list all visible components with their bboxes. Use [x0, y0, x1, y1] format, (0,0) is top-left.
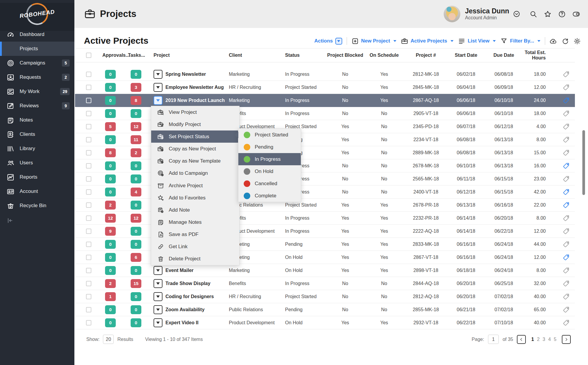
- row-checkbox[interactable]: [86, 281, 91, 286]
- row-menu-button[interactable]: [154, 279, 162, 288]
- row-menu-button[interactable]: [154, 70, 162, 79]
- status-option-on-hold[interactable]: On Hold: [238, 165, 301, 177]
- column-header-approvals[interactable]: Approvals...: [102, 53, 128, 58]
- table-row[interactable]: 00Spring NewsletterMarketingIn ProgressN…: [75, 68, 575, 81]
- sidebar-item-library[interactable]: Library: [0, 141, 74, 156]
- tag-icon[interactable]: [562, 136, 570, 144]
- help-icon[interactable]: [558, 10, 566, 18]
- column-header-due-date[interactable]: Due Date: [485, 53, 523, 58]
- show-count-input[interactable]: 20: [103, 335, 114, 344]
- tag-icon[interactable]: [562, 319, 570, 327]
- menu-item-add-to-favorites[interactable]: Add to Favorites: [151, 192, 239, 204]
- project-name[interactable]: 2019 New Product Launch: [165, 98, 225, 103]
- sidebar-item-reviews[interactable]: Reviews9: [0, 99, 74, 113]
- tag-icon[interactable]: [562, 240, 570, 248]
- chevron-down-circle-icon[interactable]: [513, 10, 520, 18]
- table-row[interactable]: 04In ProgressNoNo2400-VT-1806/12/1806/15…: [75, 185, 575, 199]
- row-checkbox[interactable]: [86, 229, 91, 234]
- table-row[interactable]: 10Coding for DesignersHR / RecruitingPro…: [75, 290, 575, 303]
- favorites-star-icon[interactable]: [544, 10, 552, 18]
- project-name[interactable]: Coding for Designers: [165, 294, 214, 299]
- tag-icon[interactable]: [562, 70, 570, 78]
- menu-item-save-as-pdf[interactable]: Save as PDF: [151, 229, 239, 241]
- menu-item-modify-project[interactable]: Modify Project: [151, 118, 239, 130]
- row-checkbox[interactable]: [86, 98, 91, 103]
- column-header-client[interactable]: Client: [229, 53, 285, 58]
- row-checkbox[interactable]: [86, 124, 91, 129]
- next-page-button[interactable]: [562, 335, 571, 344]
- menu-item-set-project-status[interactable]: Set Project Status: [151, 130, 239, 143]
- page-number-3[interactable]: 3: [542, 337, 545, 342]
- column-header-project-number[interactable]: Project #: [405, 53, 447, 58]
- row-checkbox[interactable]: [86, 85, 91, 90]
- sidebar-item-campaigns[interactable]: Campaigns5: [0, 56, 74, 70]
- sidebar-item-requests[interactable]: Requests2: [0, 70, 74, 84]
- status-option-pending[interactable]: Pending: [238, 141, 301, 153]
- project-name[interactable]: Expert Video II: [165, 320, 198, 325]
- row-menu-button[interactable]: [154, 292, 162, 301]
- table-row[interactable]: 00BenefitsIn ProgressNoNo2905-VT-1806/06…: [75, 107, 575, 120]
- table-row[interactable]: 06MarketingOn HoldYesYes2867-VT-1806/16/…: [75, 251, 575, 264]
- table-row[interactable]: 00Zoom AvailabilityPublic RelationsPendi…: [75, 303, 575, 316]
- sidebar-collapse-icon[interactable]: [7, 217, 14, 224]
- table-row[interactable]: 1212BenefitsIn ProgressYesYes2232-PR-180…: [75, 212, 575, 225]
- table-row[interactable]: 512Product DevelopmentProject StartedYes…: [75, 120, 575, 133]
- tag-icon[interactable]: [562, 280, 570, 287]
- row-checkbox[interactable]: [86, 255, 91, 260]
- table-row[interactable]: 00In ProgressNoNo2678-MK-1806/10/1806/13…: [75, 159, 575, 172]
- menu-item-archive-project[interactable]: Archive Project: [151, 180, 239, 192]
- page-number-5[interactable]: 5: [554, 337, 556, 342]
- scrollbar-thumb[interactable]: [582, 130, 585, 195]
- tag-icon[interactable]: [562, 162, 570, 170]
- menu-item-add-note[interactable]: Add Note: [151, 204, 239, 216]
- row-checkbox[interactable]: [86, 189, 91, 195]
- row-checkbox[interactable]: [86, 111, 91, 116]
- menu-item-get-link[interactable]: Get Link: [151, 241, 239, 253]
- table-row[interactable]: 011PendingYesNo2234-VT-1806/08/1806/13/1…: [75, 133, 575, 146]
- status-option-in-progress[interactable]: In Progress: [238, 153, 301, 165]
- status-option-cancelled[interactable]: Cancelled: [238, 177, 301, 190]
- column-header-total-est-hours[interactable]: Total Est. Hours: [523, 50, 558, 61]
- project-name[interactable]: Spring Newsletter: [165, 72, 206, 77]
- column-header-tasks[interactable]: Tasks...: [128, 53, 154, 58]
- menu-item-delete-project[interactable]: Delete Project: [151, 253, 239, 265]
- refresh-icon[interactable]: [562, 37, 569, 45]
- row-checkbox[interactable]: [86, 137, 91, 142]
- table-row[interactable]: 20Public RelationsProject StartedYesYes2…: [75, 199, 575, 212]
- table-row[interactable]: 00Expert Video IIProduct DevelopmentOn H…: [75, 316, 575, 329]
- avatar[interactable]: [444, 6, 460, 22]
- tag-icon[interactable]: [562, 175, 570, 183]
- row-menu-button[interactable]: [154, 318, 162, 327]
- row-menu-button[interactable]: [154, 96, 162, 105]
- tag-icon[interactable]: [562, 306, 570, 314]
- column-header-start-date[interactable]: Start Date: [447, 53, 485, 58]
- sidebar-item-my-work[interactable]: My Work29: [0, 84, 74, 99]
- row-checkbox[interactable]: [86, 176, 91, 182]
- menu-item-copy-as-new-template[interactable]: Copy as New Template: [151, 155, 239, 167]
- project-name[interactable]: Trade Show Display: [165, 281, 210, 286]
- sidebar-item-dashboard[interactable]: Dashboard: [0, 27, 74, 42]
- column-header-status[interactable]: Status: [285, 53, 327, 58]
- table-row[interactable]: 00In ProgressNoNo2565-MK-1806/11/1806/15…: [75, 172, 575, 185]
- column-header-project[interactable]: Project: [154, 53, 229, 58]
- tag-icon[interactable]: [562, 84, 570, 91]
- tag-icon[interactable]: [562, 110, 570, 117]
- table-row[interactable]: 00Event MailerMarketingOn HoldYesYes2898…: [75, 264, 575, 277]
- prev-page-button[interactable]: [517, 335, 526, 344]
- tag-icon[interactable]: [562, 149, 570, 157]
- status-option-project-started[interactable]: Project Started: [238, 129, 301, 141]
- tag-icon[interactable]: [562, 97, 570, 104]
- menu-item-copy-as-new-project[interactable]: Copy as New Project: [151, 143, 239, 155]
- row-checkbox[interactable]: [86, 72, 91, 77]
- project-name[interactable]: Employee Newsletter Aug: [165, 85, 224, 90]
- toggle-icon[interactable]: [572, 10, 580, 18]
- filter-by-button[interactable]: Filter By...: [500, 37, 540, 45]
- view-selector-button[interactable]: Active Projects: [401, 37, 453, 45]
- menu-item-view-project[interactable]: View Project: [151, 106, 239, 118]
- table-row[interactable]: 082019 New Product LaunchMarketingIn Pro…: [75, 94, 575, 107]
- column-header-project-blocked[interactable]: Project Blocked: [327, 53, 364, 58]
- tag-icon[interactable]: [562, 188, 570, 196]
- row-checkbox[interactable]: [86, 294, 91, 299]
- tag-icon[interactable]: [562, 254, 570, 261]
- list-view-button[interactable]: List View: [458, 37, 496, 45]
